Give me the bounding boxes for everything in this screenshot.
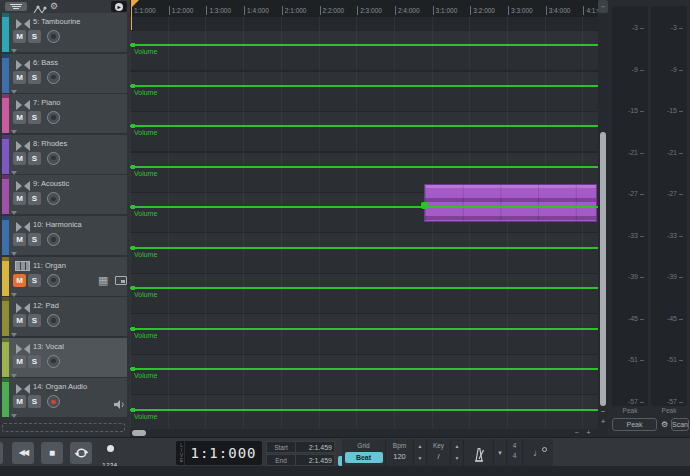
record-arm-button[interactable] (47, 395, 60, 408)
editor-monitor-icon[interactable] (115, 276, 127, 285)
solo-button[interactable]: S (28, 274, 41, 287)
scan-button[interactable]: Scan (671, 418, 689, 431)
track-color-strip[interactable] (2, 175, 9, 214)
audio-clip[interactable] (424, 184, 597, 222)
zoom-out-vertical-button[interactable]: − (598, 407, 608, 417)
stop-button[interactable]: ■ (41, 442, 63, 464)
solo-button[interactable]: S (28, 395, 41, 408)
automation-lane[interactable]: Volume (130, 233, 598, 273)
fit-view-button[interactable]: ↔ (598, 0, 608, 13)
mute-button[interactable]: M (13, 71, 26, 84)
track-row[interactable]: 14: Organ Audio M S (2, 378, 127, 417)
automation-lane[interactable]: Volume (130, 111, 598, 151)
track-color-strip[interactable] (2, 216, 9, 255)
count-in-metronome-button[interactable]: 1234 (98, 442, 122, 464)
zoom-in-horizontal-button[interactable]: + (583, 429, 594, 437)
mute-button[interactable]: M (13, 111, 26, 124)
timeline-ruler[interactable]: 1:1:000 1:2:000 1:3:000 1:4:000 2:1:000 … (130, 0, 598, 30)
automation-lane[interactable]: Volume (130, 354, 598, 394)
automation-point[interactable] (131, 367, 135, 371)
mute-button[interactable]: M (13, 192, 26, 205)
loop-button[interactable] (70, 442, 92, 464)
volume-automation-line[interactable] (130, 125, 598, 127)
mute-button[interactable]: M (13, 274, 26, 287)
automation-lane[interactable]: Volume (130, 273, 598, 313)
volume-automation-line[interactable] (130, 409, 598, 411)
volume-automation-line[interactable] (130, 368, 598, 370)
rewind-button[interactable]: ◀◀ (12, 442, 34, 464)
record-arm-button[interactable] (47, 355, 60, 368)
metronome-button[interactable] (464, 439, 494, 467)
automation-point[interactable] (131, 286, 135, 290)
volume-automation-line[interactable] (130, 85, 598, 87)
mute-button[interactable]: M (13, 395, 26, 408)
volume-automation-line[interactable] (130, 287, 598, 289)
bpm-up-button[interactable]: ▲ (418, 441, 423, 453)
end-value[interactable]: 2:1.459 (296, 454, 335, 466)
ruler-labels-strip[interactable]: 1:1:000 1:2:000 1:3:000 1:4:000 2:1:000 … (130, 0, 598, 17)
automation-point[interactable] (131, 43, 135, 47)
track-color-strip[interactable] (2, 338, 9, 377)
solo-button[interactable]: S (28, 233, 41, 246)
solo-button[interactable]: S (28, 355, 41, 368)
track-color-strip[interactable] (2, 54, 9, 93)
automation-lane[interactable]: Volume (130, 30, 598, 70)
record-arm-button[interactable] (47, 111, 60, 124)
automation-point[interactable] (131, 165, 135, 169)
record-arm-button[interactable] (47, 314, 60, 327)
automation-point[interactable] (131, 124, 135, 128)
pattern-grid-icon[interactable]: ▦ (98, 274, 108, 287)
automation-point[interactable] (131, 327, 135, 331)
mute-button[interactable]: M (13, 314, 26, 327)
loop-marker-strip[interactable] (130, 17, 598, 30)
metronome-dropdown[interactable]: ▾ (494, 439, 507, 467)
peak-mode-button[interactable]: Peak (612, 418, 657, 431)
record-arm-button[interactable] (47, 71, 60, 84)
solo-button[interactable]: S (28, 152, 41, 165)
mute-button[interactable]: M (13, 30, 26, 43)
arrangement-area[interactable]: Volume Volume Volume Volume Volume Volum… (130, 30, 598, 437)
filter-icon[interactable] (5, 2, 27, 11)
track-row[interactable]: 5: Tambourine M S (2, 13, 127, 52)
key-up-button[interactable]: ▲ (455, 441, 460, 453)
track-row[interactable]: 12: Pad M S (2, 297, 127, 336)
key-down-button[interactable]: ▼ (455, 453, 460, 465)
start-value[interactable]: 2:1.459 (296, 441, 335, 453)
automation-point[interactable] (131, 246, 135, 250)
vertical-scrollbar[interactable]: ↔ − + (598, 0, 608, 437)
track-color-strip[interactable] (2, 297, 9, 336)
track-row[interactable]: 6: Bass M S (2, 54, 127, 93)
key-value[interactable]: / (437, 451, 439, 464)
volume-automation-line[interactable] (130, 166, 598, 168)
volume-automation-line[interactable] (130, 328, 598, 330)
time-value[interactable]: 1:1:000 (185, 441, 262, 465)
solo-button[interactable]: S (28, 71, 41, 84)
mute-button[interactable]: M (13, 355, 26, 368)
volume-automation-line[interactable] (130, 44, 598, 46)
time-display[interactable]: LIVE 1:1:000 (176, 441, 262, 465)
quantize-button[interactable]: ♩ (523, 439, 553, 467)
record-arm-button[interactable] (47, 30, 60, 43)
automation-point[interactable] (131, 205, 135, 209)
horizontal-scrollbar-thumb[interactable] (132, 430, 146, 436)
horizontal-scrollbar[interactable]: − + (130, 429, 598, 437)
record-arm-button[interactable] (47, 192, 60, 205)
track-row[interactable]: 10: Harmonica M S (2, 216, 127, 255)
track-row[interactable]: 7: Piano M S (2, 94, 127, 133)
track-color-strip[interactable] (2, 135, 9, 174)
volume-automation-line[interactable] (130, 247, 598, 249)
meter-settings-gear-icon[interactable]: ⚙ (659, 418, 670, 431)
bpm-down-button[interactable]: ▼ (418, 453, 423, 465)
track-color-strip[interactable] (2, 378, 9, 417)
collapse-panel-button[interactable]: ▸ (111, 1, 127, 12)
play-button[interactable]: ▶ (0, 442, 3, 464)
speaker-icon[interactable] (113, 396, 126, 414)
automation-point[interactable] (131, 408, 135, 412)
track-color-strip[interactable] (2, 13, 9, 52)
vertical-scrollbar-thumb[interactable] (600, 132, 606, 406)
track-row[interactable]: 9: Acoustic M S (2, 175, 127, 214)
track-row[interactable]: 13: Vocal M S (2, 338, 127, 377)
solo-button[interactable]: S (28, 111, 41, 124)
time-signature[interactable]: 4 4 (507, 439, 523, 467)
zoom-out-horizontal-button[interactable]: − (571, 429, 582, 437)
